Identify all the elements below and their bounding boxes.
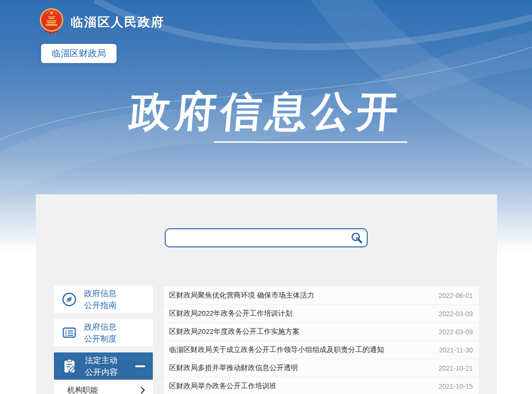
article-row[interactable]: 区财政局2022年度政务公开工作实施方案 2022-03-09: [164, 323, 479, 341]
sidebar-item-label: 法定主动 公开内容: [85, 354, 117, 378]
content-panel: 政府信息 公开指南 政府信息: [36, 194, 497, 394]
article-list: 区财政局聚焦优化营商环境 确保市场主体活力 2022-06-01 区财政局202…: [164, 287, 479, 394]
china-national-emblem-icon: [39, 8, 64, 36]
article-date: 2022-03-09: [438, 328, 473, 336]
search-icon: [351, 232, 363, 244]
article-row[interactable]: 区财政局举办政务公开工作培训班 2021-10-15: [164, 377, 479, 394]
article-link[interactable]: 区财政局多措并举推动财政信息公开透明: [169, 363, 298, 373]
search-button[interactable]: [351, 232, 367, 244]
title-underline: [214, 141, 407, 143]
sidebar-item-gongkai-zhinan[interactable]: 政府信息 公开指南: [54, 286, 153, 313]
search-input[interactable]: [166, 230, 351, 246]
site-brand[interactable]: 临淄区人民政府: [39, 8, 164, 36]
page-title: 政府信息公开: [0, 84, 532, 140]
article-link[interactable]: 区财政局聚焦优化营商环境 确保市场主体活力: [169, 291, 314, 300]
compass-icon: [62, 292, 77, 307]
article-row[interactable]: 区财政局2022年政务公开工作培训计划 2022-03-09: [164, 305, 479, 323]
collapse-minus-icon: [135, 365, 145, 367]
article-link[interactable]: 临淄区财政局关于成立政务公开工作领导小组组成及职责分工的通知: [169, 345, 384, 354]
search-bar: [165, 228, 368, 247]
sidebar-item-gongkai-zhidu[interactable]: 政府信息 公开制度: [54, 319, 153, 346]
article-date: 2022-03-09: [438, 310, 473, 318]
article-date: 2021-10-15: [438, 383, 473, 390]
sidebar-item-label: 政府信息 公开指南: [84, 288, 117, 311]
article-date: 2021-11-30: [439, 346, 473, 354]
article-link[interactable]: 区财政局2022年度政务公开工作实施方案: [169, 327, 299, 336]
article-date: 2022-06-01: [438, 292, 473, 299]
article-row[interactable]: 区财政局聚焦优化营商环境 确保市场主体活力 2022-06-01: [164, 287, 479, 305]
submenu-item-jigou-zhineng[interactable]: 机构职能: [54, 380, 153, 394]
article-link[interactable]: 区财政局举办政务公开工作培训班: [169, 382, 277, 391]
article-row[interactable]: 临淄区财政局关于成立政务公开工作领导小组组成及职责分工的通知 2021-11-3…: [164, 341, 479, 359]
document-list-icon: [62, 325, 77, 341]
article-date: 2021-10-21: [438, 364, 473, 372]
sidebar-item-label: 政府信息 公开制度: [84, 321, 117, 345]
department-tab-button[interactable]: 临淄区财政局: [41, 44, 117, 63]
article-link[interactable]: 区财政局2022年政务公开工作培训计划: [169, 309, 292, 318]
article-row[interactable]: 区财政局多措并举推动财政信息公开透明 2021-10-21: [164, 359, 479, 377]
clipboard-pen-icon: [62, 358, 78, 374]
page: 临淄区人民政府 临淄区财政局 政府信息公开: [0, 0, 532, 394]
chevron-right-icon: [140, 386, 145, 394]
sidebar: 政府信息 公开指南 政府信息: [54, 286, 153, 394]
sidebar-item-fading-zhudong-gongkai[interactable]: 法定主动 公开内容: [54, 352, 153, 380]
site-name: 临淄区人民政府: [71, 14, 164, 31]
